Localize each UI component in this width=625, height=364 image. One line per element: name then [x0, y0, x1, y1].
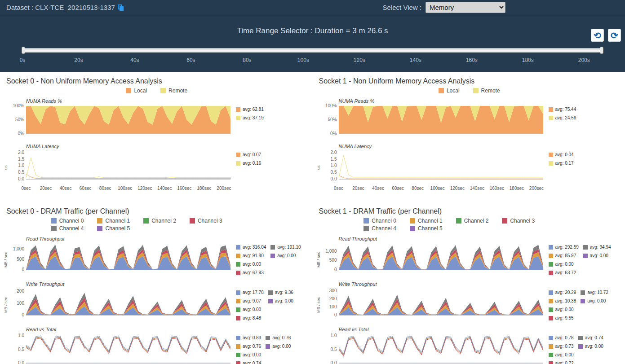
numa-latency-plot[interactable] — [339, 150, 543, 180]
avg-swatch-icon — [549, 254, 553, 258]
slider-handle-left[interactable] — [22, 47, 25, 54]
y-axis-label: MB / sec — [316, 252, 323, 268]
read-vs-total-plot[interactable] — [339, 333, 543, 364]
avg-value: avg: 0.73 — [555, 344, 574, 349]
y-tick-label: 200 — [17, 289, 24, 294]
x-tick-label: 200s — [578, 57, 590, 63]
avg-legend: avg: 316.04avg: 91.80avg: 0.00avg: 67.93… — [236, 243, 301, 277]
avg-legend-item: avg: 9.55 — [549, 314, 576, 322]
read-throughput-plot[interactable] — [339, 242, 543, 270]
avg-legend-item: avg: 0.04 — [549, 150, 574, 159]
y-axis-label: MB / sec — [316, 297, 323, 313]
avg-swatch-icon — [578, 344, 583, 349]
x-tick-label: 200sec — [217, 186, 231, 191]
avg-value: avg: 85.97 — [555, 253, 576, 258]
avg-legend: avg: 292.59avg: 85.97avg: 0.00avg: 63.72… — [549, 243, 611, 277]
chart-numa-latency: NUMA Latency us 0.00.51.01.52.0 avg: 0.0… — [316, 144, 623, 184]
avg-swatch-icon — [549, 262, 553, 267]
legend-item[interactable]: Channel 0 — [51, 218, 84, 224]
legend-item[interactable]: Remote — [473, 88, 500, 94]
y-tick-label: 0.5 — [331, 170, 337, 175]
avg-legend-item: avg: 292.59 — [549, 243, 579, 251]
redo-zoom-button[interactable]: ⟳ — [608, 29, 621, 42]
legend-item[interactable]: Local — [126, 88, 147, 94]
legend-label: Channel 5 — [418, 225, 443, 232]
y-tick-label: 100 — [329, 304, 337, 309]
avg-swatch-icon — [266, 336, 270, 340]
x-tick-label: 160sec — [177, 186, 191, 191]
legend-item[interactable]: Channel 4 — [363, 225, 396, 232]
read-vs-total-plot[interactable] — [26, 333, 230, 364]
legend-item[interactable]: Channel 2 — [143, 218, 176, 224]
chart-title: Write Throughput — [339, 281, 623, 287]
y-axis-ticks: 0100200300 — [323, 288, 339, 316]
slider-handle-right[interactable] — [600, 47, 603, 54]
write-throughput-plot[interactable] — [26, 288, 230, 316]
avg-value: avg: 9.07 — [243, 298, 261, 303]
panel-title: Socket 0 - Non Uniform Memory Access Ana… — [6, 77, 310, 86]
y-axis-label: MB / sec — [4, 297, 10, 313]
y-tick-label: 1.5 — [331, 157, 337, 162]
y-tick-label: 0 — [334, 267, 337, 272]
legend-label: Channel 3 — [198, 218, 222, 224]
read-throughput-plot[interactable] — [26, 242, 230, 270]
avg-value: avg: 9.36 — [275, 290, 293, 295]
legend-item[interactable]: Channel 4 — [51, 225, 84, 232]
legend-item[interactable]: Channel 2 — [456, 218, 489, 224]
y-axis-ticks: 0%50%100% — [10, 105, 26, 134]
numa-reads-plot[interactable] — [26, 105, 230, 134]
y-tick-label: 0.0 — [331, 176, 337, 181]
avg-value: avg: 94.94 — [590, 245, 611, 250]
avg-value: avg: 0.16 — [243, 161, 261, 166]
avg-value: avg: 91.80 — [243, 253, 264, 258]
numa-reads-plot[interactable] — [339, 105, 543, 134]
y-tick-label: 1,000 — [13, 246, 24, 251]
avg-swatch-icon — [268, 290, 273, 295]
avg-value: avg: 9.55 — [555, 316, 574, 320]
chart-title: NUMA Reads % — [26, 98, 310, 104]
legend-item[interactable]: Channel 3 — [190, 218, 222, 224]
legend-item[interactable]: Channel 1 — [410, 218, 443, 224]
avg-swatch-icon — [549, 353, 553, 357]
avg-swatch-icon — [236, 262, 240, 267]
time-range-slider[interactable] — [22, 48, 603, 53]
avg-legend-item: avg: 0.00 — [549, 351, 574, 359]
x-tick-label: 0s — [20, 57, 26, 63]
legend-item[interactable]: Remote — [160, 88, 187, 94]
x-axis-ticks: 0sec20sec40sec60sec80sec100sec120sec140s… — [339, 186, 543, 192]
legend-swatch-icon — [456, 218, 461, 224]
avg-value: avg: 0.00 — [275, 298, 293, 303]
x-tick-label: 140s — [410, 57, 421, 63]
numa-latency-plot[interactable] — [26, 150, 230, 180]
copy-icon[interactable] — [118, 4, 124, 11]
y-tick-label: 0% — [18, 131, 24, 136]
legend-item[interactable]: Channel 5 — [410, 225, 443, 232]
y-tick-label: 1.0 — [331, 163, 337, 168]
avg-swatch-icon — [549, 307, 553, 312]
slider-track[interactable] — [22, 48, 603, 53]
legend-item[interactable]: Channel 1 — [97, 218, 130, 224]
avg-swatch-icon — [236, 161, 240, 166]
legend-swatch-icon — [439, 88, 444, 93]
zoom-history-buttons: ⟲ ⟳ — [591, 29, 621, 42]
series-line — [339, 155, 543, 177]
legend-item[interactable]: Local — [439, 88, 460, 94]
y-tick-label: 0.5 — [331, 347, 337, 352]
avg-swatch-icon — [266, 344, 270, 349]
series-legend: LocalRemote — [126, 88, 187, 94]
view-select[interactable]: Memory — [426, 2, 505, 13]
avg-legend-item: avg: 0.00 — [583, 251, 611, 260]
avg-value: avg: 0.76 — [243, 344, 261, 349]
undo-zoom-button[interactable]: ⟲ — [591, 29, 604, 42]
legend-item[interactable]: Channel 3 — [502, 218, 535, 224]
avg-value: avg: 75.44 — [555, 107, 576, 112]
avg-value: avg: 17.78 — [243, 290, 264, 295]
chart-numa-reads: NUMA Reads % 0%50%100% avg: 75.44avg: 24… — [316, 98, 623, 139]
write-throughput-plot[interactable] — [339, 288, 543, 316]
legend-item[interactable]: Channel 0 — [363, 218, 396, 224]
y-axis-label: us — [4, 165, 10, 170]
avg-value: avg: 63.72 — [555, 270, 576, 275]
avg-legend-item: avg: 17.78 — [236, 288, 264, 297]
legend-item[interactable]: Channel 5 — [97, 225, 130, 232]
y-tick-label: 100% — [13, 103, 24, 108]
